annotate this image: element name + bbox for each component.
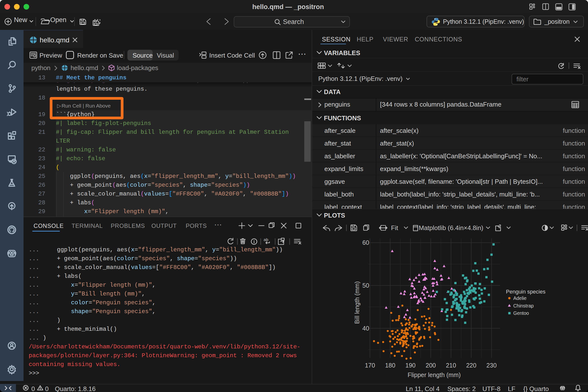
svg-text:Gentoo: Gentoo <box>513 310 529 316</box>
svg-text:200: 200 <box>426 362 436 369</box>
svg-text:Fit: Fit <box>391 224 398 232</box>
svg-text:Flipper length (mm): Flipper length (mm) <box>408 372 461 378</box>
svg-text:Bill length (mm): Bill length (mm) <box>354 281 360 324</box>
svg-text:Penguin species: Penguin species <box>506 288 545 295</box>
svg-text:190: 190 <box>406 362 416 369</box>
svg-text:50: 50 <box>362 282 369 289</box>
svg-text:210: 210 <box>446 362 456 369</box>
svg-text:Matplotlib (6.4in×4.8in): Matplotlib (6.4in×4.8in) <box>419 224 484 232</box>
svg-text:ab: ab <box>264 238 268 242</box>
svg-text:170: 170 <box>365 362 375 369</box>
svg-text:Chinstrap: Chinstrap <box>513 303 534 308</box>
svg-text:180: 180 <box>385 362 396 369</box>
svg-text:60: 60 <box>362 239 369 246</box>
svg-text:40: 40 <box>362 325 369 332</box>
svg-text:220: 220 <box>466 362 476 369</box>
svg-text:Adelie: Adelie <box>513 296 526 301</box>
svg-text:230: 230 <box>486 362 496 369</box>
